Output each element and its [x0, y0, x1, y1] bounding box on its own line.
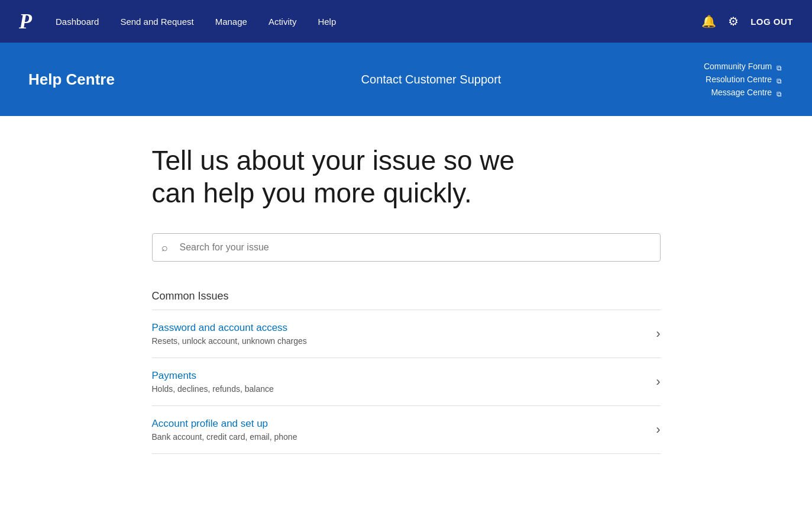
- external-link-icon: [777, 89, 784, 96]
- issue-text: PaymentsHolds, declines, refunds, balanc…: [152, 370, 274, 394]
- notification-icon[interactable]: 🔔: [701, 14, 716, 28]
- chevron-right-icon: ›: [656, 422, 660, 437]
- chevron-right-icon: ›: [656, 374, 660, 389]
- hero-link-community-forum[interactable]: Community Forum: [704, 62, 784, 71]
- nav-right-section: 🔔 ⚙ LOG OUT: [701, 14, 793, 28]
- issues-list: Password and account accessResets, unloc…: [152, 310, 661, 454]
- help-centre-title: Help Centre: [28, 70, 158, 89]
- common-issues-label: Common Issues: [152, 290, 661, 302]
- nav-link-dashboard[interactable]: Dashboard: [56, 14, 99, 29]
- hero-center: Contact Customer Support: [158, 73, 704, 86]
- issue-title: Password and account access: [152, 322, 307, 334]
- issue-text: Password and account accessResets, unloc…: [152, 322, 307, 346]
- search-input[interactable]: [152, 233, 661, 262]
- hero-link-resolution-centre[interactable]: Resolution Centre: [706, 75, 784, 84]
- issue-title: Payments: [152, 370, 274, 382]
- paypal-logo-text: P: [19, 9, 32, 33]
- nav-link-manage[interactable]: Manage: [215, 14, 247, 29]
- hero-external-links: Community Forum Resolution Centre Messag…: [704, 62, 784, 97]
- issue-text: Account profile and set upBank account, …: [152, 418, 297, 442]
- main-content: Tell us about your issue so we can help …: [81, 116, 732, 490]
- hero-link-message-centre[interactable]: Message Centre: [711, 88, 784, 97]
- issue-item-payments[interactable]: PaymentsHolds, declines, refunds, balanc…: [152, 358, 661, 406]
- issue-subtitle: Bank account, credit card, email, phone: [152, 432, 297, 442]
- hero-banner: Help Centre Contact Customer Support Com…: [0, 43, 812, 116]
- issue-subtitle: Resets, unlock account, unknown charges: [152, 336, 307, 346]
- external-link-icon: [777, 63, 784, 70]
- nav-link-help[interactable]: Help: [318, 14, 336, 29]
- search-wrapper: ⌕: [152, 233, 661, 262]
- paypal-logo[interactable]: P: [19, 11, 32, 32]
- logout-button[interactable]: LOG OUT: [750, 17, 793, 27]
- issue-title: Account profile and set up: [152, 418, 297, 430]
- contact-support-link[interactable]: Contact Customer Support: [361, 73, 502, 86]
- issue-subtitle: Holds, declines, refunds, balance: [152, 384, 274, 394]
- issue-item-password-access[interactable]: Password and account accessResets, unloc…: [152, 310, 661, 358]
- issue-item-account-profile[interactable]: Account profile and set upBank account, …: [152, 406, 661, 454]
- nav-link-send-and-request[interactable]: Send and Request: [120, 14, 193, 29]
- page-heading: Tell us about your issue so we can help …: [152, 144, 554, 210]
- settings-icon[interactable]: ⚙: [728, 14, 739, 28]
- nav-link-activity[interactable]: Activity: [268, 14, 297, 29]
- top-navigation: P DashboardSend and RequestManageActivit…: [0, 0, 812, 43]
- search-icon: ⌕: [161, 241, 168, 254]
- external-link-icon: [777, 76, 784, 83]
- nav-links: DashboardSend and RequestManageActivityH…: [56, 14, 701, 29]
- chevron-right-icon: ›: [656, 326, 660, 342]
